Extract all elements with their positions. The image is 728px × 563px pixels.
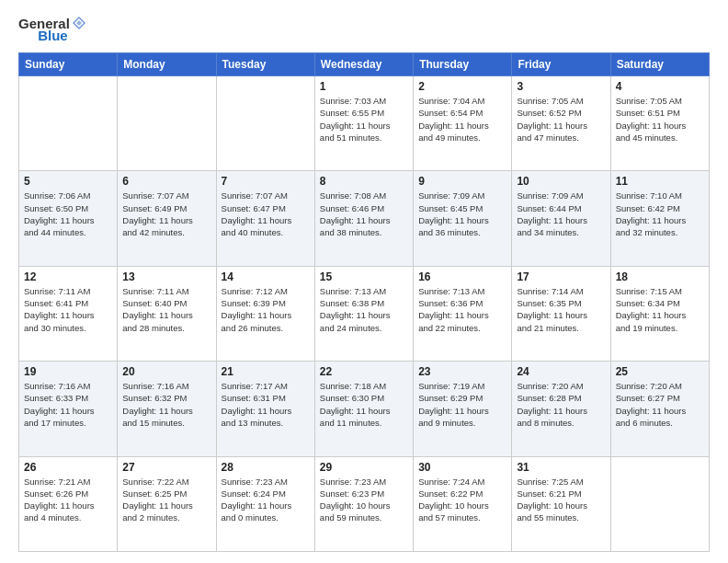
day-info: Sunrise: 7:21 AM Sunset: 6:26 PM Dayligh…: [24, 476, 112, 524]
day-number: 23: [418, 365, 506, 378]
day-info: Sunrise: 7:11 AM Sunset: 6:41 PM Dayligh…: [24, 285, 112, 334]
day-number: 14: [222, 270, 310, 283]
day-info: Sunrise: 7:05 AM Sunset: 6:51 PM Dayligh…: [616, 95, 704, 144]
day-info: Sunrise: 7:03 AM Sunset: 6:55 PM Dayligh…: [320, 95, 408, 144]
day-number: 15: [320, 270, 408, 283]
calendar-cell: 2Sunrise: 7:04 AM Sunset: 6:54 PM Daylig…: [414, 76, 512, 171]
day-info: Sunrise: 7:14 AM Sunset: 6:35 PM Dayligh…: [517, 285, 605, 334]
logo-blue-text: Blue: [38, 28, 68, 43]
calendar-cell: 10Sunrise: 7:09 AM Sunset: 6:44 PM Dayli…: [512, 171, 610, 266]
day-info: Sunrise: 7:09 AM Sunset: 6:44 PM Dayligh…: [517, 190, 605, 238]
weekday-header-tuesday: Tuesday: [216, 53, 314, 76]
day-info: Sunrise: 7:13 AM Sunset: 6:38 PM Dayligh…: [320, 285, 408, 334]
calendar-cell: 18Sunrise: 7:15 AM Sunset: 6:34 PM Dayli…: [610, 266, 709, 361]
calendar-cell: 1Sunrise: 7:03 AM Sunset: 6:55 PM Daylig…: [314, 76, 413, 171]
day-info: Sunrise: 7:04 AM Sunset: 6:54 PM Dayligh…: [418, 95, 506, 144]
day-info: Sunrise: 7:06 AM Sunset: 6:50 PM Dayligh…: [24, 190, 112, 238]
day-number: 17: [517, 270, 605, 283]
day-info: Sunrise: 7:10 AM Sunset: 6:42 PM Dayligh…: [616, 190, 704, 238]
week-row-3: 12Sunrise: 7:11 AM Sunset: 6:41 PM Dayli…: [19, 266, 710, 361]
day-info: Sunrise: 7:05 AM Sunset: 6:52 PM Dayligh…: [517, 95, 605, 144]
calendar-table: SundayMondayTuesdayWednesdayThursdayFrid…: [18, 52, 710, 552]
calendar-cell: 30Sunrise: 7:24 AM Sunset: 6:22 PM Dayli…: [414, 456, 512, 551]
day-number: 10: [517, 175, 605, 188]
calendar-cell: 22Sunrise: 7:18 AM Sunset: 6:30 PM Dayli…: [314, 362, 413, 456]
day-number: 22: [320, 365, 408, 378]
calendar-cell: 23Sunrise: 7:19 AM Sunset: 6:29 PM Dayli…: [414, 362, 512, 456]
calendar-cell: 4Sunrise: 7:05 AM Sunset: 6:51 PM Daylig…: [610, 76, 709, 171]
day-info: Sunrise: 7:17 AM Sunset: 6:31 PM Dayligh…: [222, 380, 310, 429]
calendar-cell: 6Sunrise: 7:07 AM Sunset: 6:49 PM Daylig…: [118, 171, 216, 266]
logo-icon: [71, 15, 87, 31]
calendar-cell: 24Sunrise: 7:20 AM Sunset: 6:28 PM Dayli…: [512, 362, 610, 456]
calendar-cell: 7Sunrise: 7:07 AM Sunset: 6:47 PM Daylig…: [216, 171, 314, 266]
day-number: 27: [122, 461, 210, 474]
day-number: 11: [616, 175, 704, 188]
day-info: Sunrise: 7:22 AM Sunset: 6:25 PM Dayligh…: [122, 476, 210, 524]
calendar-cell: 28Sunrise: 7:23 AM Sunset: 6:24 PM Dayli…: [216, 456, 314, 551]
day-info: Sunrise: 7:20 AM Sunset: 6:28 PM Dayligh…: [517, 380, 605, 429]
calendar-cell: 8Sunrise: 7:08 AM Sunset: 6:46 PM Daylig…: [314, 171, 413, 266]
calendar-cell: 9Sunrise: 7:09 AM Sunset: 6:45 PM Daylig…: [414, 171, 512, 266]
day-info: Sunrise: 7:07 AM Sunset: 6:47 PM Dayligh…: [222, 190, 310, 238]
day-number: 3: [517, 80, 605, 93]
day-number: 28: [222, 461, 310, 474]
calendar-cell: 25Sunrise: 7:20 AM Sunset: 6:27 PM Dayli…: [610, 362, 709, 456]
day-info: Sunrise: 7:08 AM Sunset: 6:46 PM Dayligh…: [320, 190, 408, 238]
weekday-header-thursday: Thursday: [414, 53, 512, 76]
calendar-cell: 14Sunrise: 7:12 AM Sunset: 6:39 PM Dayli…: [216, 266, 314, 361]
day-info: Sunrise: 7:13 AM Sunset: 6:36 PM Dayligh…: [418, 285, 506, 334]
day-number: 9: [418, 175, 506, 188]
day-number: 29: [320, 461, 408, 474]
calendar-cell: 12Sunrise: 7:11 AM Sunset: 6:41 PM Dayli…: [19, 266, 118, 361]
calendar-cell: 3Sunrise: 7:05 AM Sunset: 6:52 PM Daylig…: [512, 76, 610, 171]
calendar-cell: [216, 76, 314, 171]
calendar-cell: 20Sunrise: 7:16 AM Sunset: 6:32 PM Dayli…: [118, 362, 216, 456]
calendar-cell: 19Sunrise: 7:16 AM Sunset: 6:33 PM Dayli…: [19, 362, 118, 456]
weekday-header-friday: Friday: [512, 53, 610, 76]
calendar-cell: 13Sunrise: 7:11 AM Sunset: 6:40 PM Dayli…: [118, 266, 216, 361]
weekday-header-wednesday: Wednesday: [314, 53, 413, 76]
weekday-header-sunday: Sunday: [19, 53, 118, 76]
day-number: 7: [222, 175, 310, 188]
day-info: Sunrise: 7:20 AM Sunset: 6:27 PM Dayligh…: [616, 380, 704, 429]
day-number: 2: [418, 80, 506, 93]
day-number: 25: [616, 365, 704, 378]
weekday-header-monday: Monday: [118, 53, 216, 76]
week-row-2: 5Sunrise: 7:06 AM Sunset: 6:50 PM Daylig…: [19, 171, 710, 266]
calendar-cell: [118, 76, 216, 171]
calendar-page: General Blue SundayMondayTuesdayWednesda…: [0, 0, 728, 563]
calendar-cell: [19, 76, 118, 171]
day-number: 21: [222, 365, 310, 378]
day-number: 13: [122, 270, 210, 283]
day-number: 12: [24, 270, 112, 283]
day-number: 18: [616, 270, 704, 283]
weekday-header-row: SundayMondayTuesdayWednesdayThursdayFrid…: [19, 53, 710, 76]
day-number: 26: [24, 461, 112, 474]
day-info: Sunrise: 7:15 AM Sunset: 6:34 PM Dayligh…: [616, 285, 704, 334]
calendar-cell: 21Sunrise: 7:17 AM Sunset: 6:31 PM Dayli…: [216, 362, 314, 456]
day-number: 16: [418, 270, 506, 283]
day-info: Sunrise: 7:09 AM Sunset: 6:45 PM Dayligh…: [418, 190, 506, 238]
calendar-cell: 17Sunrise: 7:14 AM Sunset: 6:35 PM Dayli…: [512, 266, 610, 361]
week-row-4: 19Sunrise: 7:16 AM Sunset: 6:33 PM Dayli…: [19, 362, 710, 456]
week-row-5: 26Sunrise: 7:21 AM Sunset: 6:26 PM Dayli…: [19, 456, 710, 551]
day-number: 6: [122, 175, 210, 188]
calendar-cell: 26Sunrise: 7:21 AM Sunset: 6:26 PM Dayli…: [19, 456, 118, 551]
day-info: Sunrise: 7:16 AM Sunset: 6:33 PM Dayligh…: [24, 380, 112, 429]
day-info: Sunrise: 7:11 AM Sunset: 6:40 PM Dayligh…: [122, 285, 210, 334]
day-number: 4: [616, 80, 704, 93]
header: General Blue: [18, 15, 710, 43]
day-number: 1: [320, 80, 408, 93]
week-row-1: 1Sunrise: 7:03 AM Sunset: 6:55 PM Daylig…: [19, 76, 710, 171]
day-info: Sunrise: 7:16 AM Sunset: 6:32 PM Dayligh…: [122, 380, 210, 429]
calendar-cell: 27Sunrise: 7:22 AM Sunset: 6:25 PM Dayli…: [118, 456, 216, 551]
day-info: Sunrise: 7:25 AM Sunset: 6:21 PM Dayligh…: [517, 476, 605, 524]
day-info: Sunrise: 7:24 AM Sunset: 6:22 PM Dayligh…: [418, 476, 506, 524]
calendar-cell: 11Sunrise: 7:10 AM Sunset: 6:42 PM Dayli…: [610, 171, 709, 266]
day-info: Sunrise: 7:23 AM Sunset: 6:23 PM Dayligh…: [320, 476, 408, 524]
day-number: 5: [24, 175, 112, 188]
day-number: 30: [418, 461, 506, 474]
day-number: 31: [517, 461, 605, 474]
day-number: 8: [320, 175, 408, 188]
